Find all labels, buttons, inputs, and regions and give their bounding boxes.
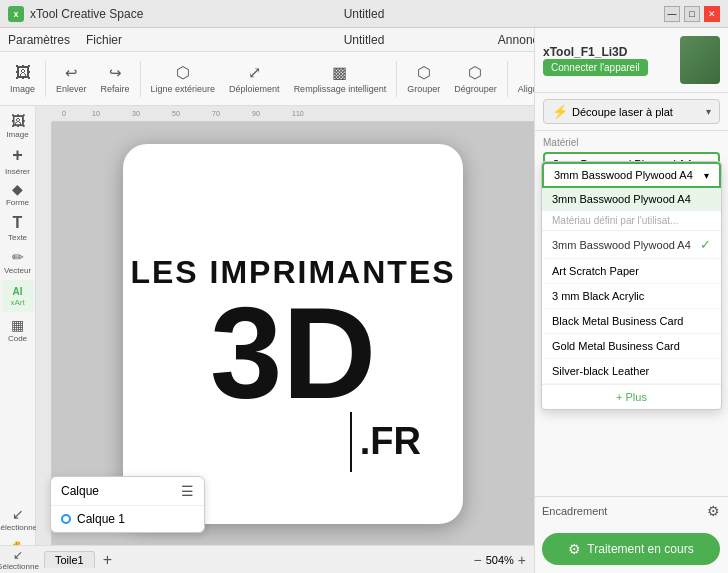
dropdown-hint: Matériau défini par l'utilisat...	[542, 211, 721, 231]
mode-chevron-icon: ▾	[706, 106, 711, 117]
ruler-tick: 90	[252, 110, 260, 117]
process-icon: ⚙	[568, 541, 581, 557]
layer-settings-icon[interactable]: ☰	[181, 483, 194, 499]
dropdown-item-5[interactable]: Silver-black Leather	[542, 359, 721, 384]
select-icon: ↙	[13, 548, 23, 562]
menu-fichier[interactable]: Fichier	[86, 33, 122, 47]
device-name: xTool_F1_Li3D	[543, 45, 648, 59]
bottom-bar: Toile1 + − 504% +	[36, 545, 534, 573]
deploy-icon: ⤢	[248, 63, 261, 82]
layer-panel-header: Calque ☰	[51, 477, 204, 506]
add-tab-btn[interactable]: +	[103, 551, 112, 569]
close-btn[interactable]: ✕	[704, 6, 720, 22]
redo-icon: ↪	[109, 64, 122, 82]
sidebar-text-icon: T	[13, 214, 23, 232]
mode-dropdown[interactable]: ⚡ Découpe laser à plat ▾	[543, 99, 720, 124]
design-card: LES IMPRIMANTES 3D .FR	[123, 144, 463, 524]
sidebar-vector-icon: ✏	[12, 249, 24, 265]
sidebar-xart-icon: AI	[13, 286, 23, 297]
process-button[interactable]: ⚙ Traitement en cours	[542, 533, 720, 565]
tool-deploy[interactable]: ⤢ Déploiement	[223, 56, 286, 102]
sidebar-insert-icon: +	[12, 145, 23, 166]
ruler-tick: 30	[132, 110, 140, 117]
image-icon: 🖼	[15, 64, 31, 82]
device-section: xTool_F1_Li3D Connecter l'appareil	[535, 28, 728, 93]
outline-icon: ⬡	[176, 63, 190, 82]
sidebar-tool-shape[interactable]: ◆ Forme	[2, 178, 34, 210]
sidebar-tool-select[interactable]: ↙ Sélectionner	[2, 503, 34, 535]
plus-more-btn[interactable]: + Plus	[542, 384, 721, 409]
menu-parametres[interactable]: Paramètres	[8, 33, 70, 47]
sidebar-tool-image[interactable]: 🖼 Image	[2, 110, 34, 142]
zoom-value: 504%	[486, 554, 514, 566]
ruler-tick: 70	[212, 110, 220, 117]
undo-icon: ↩	[65, 64, 78, 82]
layer-panel-title: Calque	[61, 484, 99, 498]
titlebar: x xTool Creative Space Untitled — □ ✕	[0, 0, 728, 28]
ruler-tick: 110	[292, 110, 304, 117]
device-image	[680, 36, 720, 84]
sidebar-tool-insert[interactable]: + Insérer	[2, 144, 34, 176]
minimize-btn[interactable]: —	[664, 6, 680, 22]
sidebar-shape-icon: ◆	[12, 181, 23, 197]
material-section: Matériel 3mm Basswood Plywood A4 ▾ 3mm B…	[535, 131, 728, 182]
tool-redo[interactable]: ↪ Refaire	[95, 56, 136, 102]
layer-item[interactable]: Calque 1	[51, 506, 204, 532]
connect-btn[interactable]: Connecter l'appareil	[543, 59, 648, 76]
ruler-corner	[36, 106, 52, 122]
process-label: Traitement en cours	[587, 542, 693, 556]
tool-undo[interactable]: ↩ Enlever	[50, 56, 93, 102]
sidebar-tool-xart[interactable]: AI xArt	[2, 280, 34, 312]
right-panel: xTool_F1_Li3D Connecter l'appareil ⚡ Déc…	[534, 28, 728, 573]
encadrement-label: Encadrement	[542, 505, 607, 517]
tool-group[interactable]: ⬡ Grouper	[401, 56, 446, 102]
dropdown-item-2[interactable]: 3 mm Black Acrylic	[542, 284, 721, 309]
check-icon: ✓	[700, 237, 711, 252]
canvas-tab[interactable]: Toile1	[44, 551, 95, 568]
domain-text: .FR	[360, 420, 421, 463]
divider-line	[350, 412, 352, 472]
dropdown-hovered-item[interactable]: 3mm Basswood Plywood A4	[542, 188, 721, 211]
group-icon: ⬡	[417, 63, 431, 82]
tool-ungroup[interactable]: ⬡ Dégrouper	[448, 56, 503, 102]
mode-icon: ⚡	[552, 104, 568, 119]
ruler-tick: 0	[62, 110, 66, 117]
maximize-btn[interactable]: □	[684, 6, 700, 22]
separator	[45, 61, 46, 97]
dropdown-items: 3mm Basswood Plywood A4 ✓ Art Scratch Pa…	[542, 231, 721, 384]
dropdown-item-4[interactable]: Gold Metal Business Card	[542, 334, 721, 359]
sidebar-tool-text[interactable]: T Texte	[2, 212, 34, 244]
material-dropdown-overlay: 3mm Basswood Plywood A4 ▾ 3mm Basswood P…	[541, 161, 722, 410]
zoom-plus-btn[interactable]: +	[518, 552, 526, 568]
dropdown-item-0[interactable]: 3mm Basswood Plywood A4 ✓	[542, 231, 721, 259]
sidebar-tool-vector[interactable]: ✏ Vecteur	[2, 246, 34, 278]
encadrement-settings-icon[interactable]: ⚙	[707, 503, 720, 519]
zoom-minus-btn[interactable]: −	[473, 552, 481, 568]
zoom-controls: − 504% +	[473, 552, 526, 568]
layer-dot	[61, 514, 71, 524]
material-label: Matériel	[543, 137, 720, 148]
layer-panel: Calque ☰ Calque 1	[50, 476, 205, 533]
sidebar-code-icon: ▦	[11, 317, 24, 333]
app-icon: x	[8, 6, 24, 22]
mode-section[interactable]: ⚡ Découpe laser à plat ▾	[535, 93, 728, 131]
dropdown-item-1[interactable]: Art Scratch Paper	[542, 259, 721, 284]
tool-fill[interactable]: ▩ Remplissage intelligent	[288, 56, 393, 102]
dropdown-item-3[interactable]: Black Metal Business Card	[542, 309, 721, 334]
sidebar-tool-code[interactable]: ▦ Code	[2, 314, 34, 346]
window-controls: — □ ✕	[664, 6, 720, 22]
tool-outline[interactable]: ⬡ Ligne extérieure	[145, 56, 222, 102]
dropdown-top-item[interactable]: 3mm Basswood Plywood A4 ▾	[542, 162, 721, 188]
select-label: Sélectionne	[0, 562, 39, 571]
mode-label: Découpe laser à plat	[572, 106, 702, 118]
dropdown-top-chevron: ▾	[704, 170, 709, 181]
tool-image[interactable]: 🖼 Image	[4, 56, 41, 102]
separator2	[140, 61, 141, 97]
ruler-tick: 50	[172, 110, 180, 117]
menu-title-center: Untitled	[344, 33, 385, 47]
app-name: xTool Creative Space	[30, 7, 143, 21]
main-number: 3D	[210, 295, 376, 412]
sidebar-image-icon: 🖼	[11, 113, 25, 129]
layer-name: Calque 1	[77, 512, 125, 526]
ruler-tick: 10	[92, 110, 100, 117]
